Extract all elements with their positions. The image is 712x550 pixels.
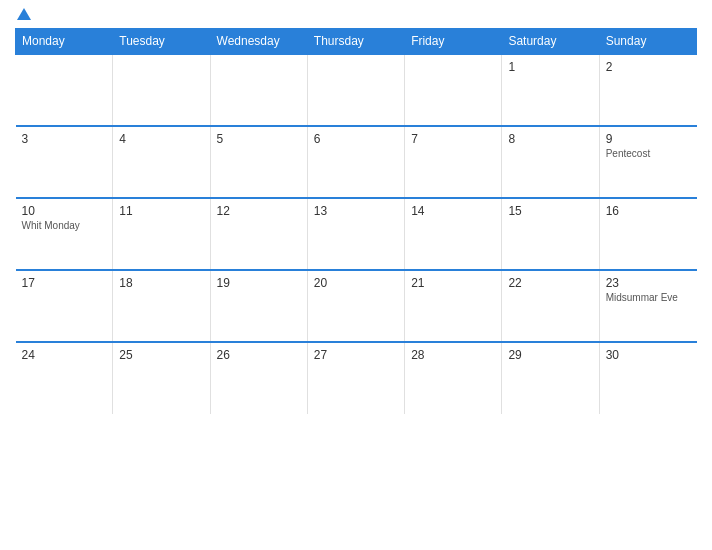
calendar-cell: 10Whit Monday bbox=[16, 198, 113, 270]
week-row-5: 24252627282930 bbox=[16, 342, 697, 414]
day-number: 26 bbox=[217, 348, 301, 362]
calendar-cell: 12 bbox=[210, 198, 307, 270]
day-number: 29 bbox=[508, 348, 592, 362]
calendar-cell: 22 bbox=[502, 270, 599, 342]
day-number: 15 bbox=[508, 204, 592, 218]
calendar-cell bbox=[405, 54, 502, 126]
day-number: 3 bbox=[22, 132, 107, 146]
calendar-cell: 16 bbox=[599, 198, 696, 270]
calendar-container: MondayTuesdayWednesdayThursdayFridaySatu… bbox=[0, 0, 712, 550]
calendar-cell: 4 bbox=[113, 126, 210, 198]
day-number: 20 bbox=[314, 276, 398, 290]
calendar-cell: 11 bbox=[113, 198, 210, 270]
day-number: 12 bbox=[217, 204, 301, 218]
calendar-cell: 21 bbox=[405, 270, 502, 342]
day-number: 21 bbox=[411, 276, 495, 290]
calendar-cell: 5 bbox=[210, 126, 307, 198]
day-number: 28 bbox=[411, 348, 495, 362]
weekday-header-wednesday: Wednesday bbox=[210, 29, 307, 55]
day-number: 24 bbox=[22, 348, 107, 362]
calendar-cell: 15 bbox=[502, 198, 599, 270]
day-number: 23 bbox=[606, 276, 691, 290]
calendar-cell: 19 bbox=[210, 270, 307, 342]
holiday-label: Pentecost bbox=[606, 148, 691, 159]
calendar-cell bbox=[210, 54, 307, 126]
week-row-2: 3456789Pentecost bbox=[16, 126, 697, 198]
calendar-cell: 25 bbox=[113, 342, 210, 414]
calendar-cell: 3 bbox=[16, 126, 113, 198]
day-number: 2 bbox=[606, 60, 691, 74]
weekday-header-row: MondayTuesdayWednesdayThursdayFridaySatu… bbox=[16, 29, 697, 55]
day-number: 11 bbox=[119, 204, 203, 218]
week-row-1: 12 bbox=[16, 54, 697, 126]
weekday-header-sunday: Sunday bbox=[599, 29, 696, 55]
calendar-cell: 18 bbox=[113, 270, 210, 342]
calendar-cell bbox=[113, 54, 210, 126]
calendar-cell: 29 bbox=[502, 342, 599, 414]
calendar-cell: 14 bbox=[405, 198, 502, 270]
calendar-cell: 1 bbox=[502, 54, 599, 126]
calendar-header bbox=[15, 10, 697, 20]
calendar-cell: 13 bbox=[307, 198, 404, 270]
day-number: 9 bbox=[606, 132, 691, 146]
weekday-header-tuesday: Tuesday bbox=[113, 29, 210, 55]
calendar-cell bbox=[307, 54, 404, 126]
week-row-3: 10Whit Monday111213141516 bbox=[16, 198, 697, 270]
day-number: 19 bbox=[217, 276, 301, 290]
calendar-cell: 23Midsummar Eve bbox=[599, 270, 696, 342]
holiday-label: Whit Monday bbox=[22, 220, 107, 231]
calendar-cell: 27 bbox=[307, 342, 404, 414]
calendar-cell bbox=[16, 54, 113, 126]
day-number: 27 bbox=[314, 348, 398, 362]
day-number: 6 bbox=[314, 132, 398, 146]
calendar-cell: 7 bbox=[405, 126, 502, 198]
weekday-header-saturday: Saturday bbox=[502, 29, 599, 55]
day-number: 10 bbox=[22, 204, 107, 218]
day-number: 1 bbox=[508, 60, 592, 74]
day-number: 22 bbox=[508, 276, 592, 290]
day-number: 17 bbox=[22, 276, 107, 290]
calendar-cell: 30 bbox=[599, 342, 696, 414]
logo-triangle-icon bbox=[17, 8, 31, 20]
day-number: 25 bbox=[119, 348, 203, 362]
calendar-cell: 17 bbox=[16, 270, 113, 342]
calendar-cell: 26 bbox=[210, 342, 307, 414]
weekday-header-monday: Monday bbox=[16, 29, 113, 55]
day-number: 7 bbox=[411, 132, 495, 146]
day-number: 13 bbox=[314, 204, 398, 218]
day-number: 30 bbox=[606, 348, 691, 362]
week-row-4: 17181920212223Midsummar Eve bbox=[16, 270, 697, 342]
calendar-cell: 2 bbox=[599, 54, 696, 126]
weekday-header-thursday: Thursday bbox=[307, 29, 404, 55]
weekday-header-friday: Friday bbox=[405, 29, 502, 55]
calendar-cell: 9Pentecost bbox=[599, 126, 696, 198]
day-number: 16 bbox=[606, 204, 691, 218]
day-number: 14 bbox=[411, 204, 495, 218]
calendar-cell: 8 bbox=[502, 126, 599, 198]
day-number: 8 bbox=[508, 132, 592, 146]
calendar-cell: 20 bbox=[307, 270, 404, 342]
holiday-label: Midsummar Eve bbox=[606, 292, 691, 303]
calendar-cell: 28 bbox=[405, 342, 502, 414]
day-number: 4 bbox=[119, 132, 203, 146]
day-number: 18 bbox=[119, 276, 203, 290]
calendar-table: MondayTuesdayWednesdayThursdayFridaySatu… bbox=[15, 28, 697, 414]
calendar-cell: 6 bbox=[307, 126, 404, 198]
day-number: 5 bbox=[217, 132, 301, 146]
calendar-cell: 24 bbox=[16, 342, 113, 414]
logo bbox=[15, 10, 31, 20]
